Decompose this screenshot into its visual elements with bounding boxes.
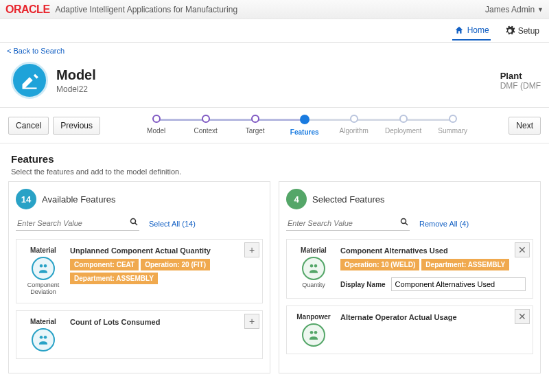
- category-label: Material: [30, 246, 56, 254]
- page-title: Model: [56, 67, 96, 83]
- top-bar: ORACLE Adaptive Intelligent Applications…: [0, 0, 549, 19]
- step-circle: [202, 115, 210, 123]
- svg-point-6: [401, 219, 406, 224]
- category-sublabel: Quantity: [302, 282, 325, 289]
- section-title: Features: [11, 153, 538, 165]
- step-label: Target: [246, 127, 265, 135]
- chevron-down-icon: ▼: [537, 6, 544, 13]
- user-menu[interactable]: James Admin ▼: [485, 5, 544, 14]
- add-feature-button[interactable]: +: [244, 242, 259, 257]
- feature-card: ✕ManpowerAlternate Operator Actual Usage: [286, 305, 533, 354]
- step-label: Context: [194, 127, 217, 135]
- user-name: James Admin: [485, 5, 535, 14]
- selected-title: Selected Features: [312, 194, 385, 205]
- feature-name: Unplanned Component Actual Quantity: [70, 246, 255, 255]
- search-icon[interactable]: [130, 218, 138, 228]
- step-circle: [399, 115, 408, 123]
- wizard-steps: ModelContextTargetFeaturesAlgorithmDeplo…: [114, 115, 495, 136]
- nav-bar: Home Setup: [0, 19, 549, 43]
- gear-icon: [504, 25, 515, 36]
- step-features[interactable]: Features: [280, 115, 329, 136]
- available-title: Available Features: [42, 194, 115, 205]
- step-circle: [152, 115, 161, 123]
- step-label: Algorithm: [340, 127, 369, 135]
- svg-line-1: [135, 223, 138, 226]
- category-label: Material: [30, 318, 56, 325]
- tag-list: Component: CEATOperation: 20 (FIT)Depart…: [70, 259, 255, 284]
- step-algorithm[interactable]: Algorithm: [329, 115, 379, 135]
- step-summary[interactable]: Summary: [428, 115, 478, 135]
- step-circle: [449, 115, 457, 123]
- category-label: Material: [301, 246, 327, 254]
- feature-name: Count of Lots Consumed: [70, 318, 255, 326]
- nav-home-label: Home: [467, 25, 489, 35]
- feature-name: Alternate Operator Actual Usage: [340, 313, 526, 321]
- previous-button[interactable]: Previous: [53, 117, 100, 135]
- svg-point-0: [131, 219, 136, 224]
- back-to-search-link[interactable]: < Back to Search: [0, 43, 71, 59]
- next-button[interactable]: Next: [509, 117, 541, 135]
- category-label: Manpower: [296, 313, 330, 321]
- feature-card: +MaterialComponent DeviationUnplanned Co…: [16, 239, 263, 303]
- category-icon: [302, 323, 325, 347]
- page-header: Model Model22 Plant DMF (DMF: [0, 59, 549, 107]
- tag: Operation: 20 (FIT): [141, 259, 210, 270]
- category-icon: [32, 257, 55, 280]
- nav-setup[interactable]: Setup: [503, 21, 541, 41]
- step-label: Model: [147, 127, 165, 135]
- feature-panels: 14 Available Features Select All (14) +M…: [0, 181, 549, 382]
- add-feature-button[interactable]: +: [244, 314, 259, 329]
- svg-point-8: [310, 264, 314, 268]
- nav-home[interactable]: Home: [452, 21, 491, 41]
- svg-point-5: [44, 336, 47, 339]
- available-features-panel: 14 Available Features Select All (14) +M…: [8, 181, 270, 373]
- home-icon: [454, 25, 465, 35]
- available-search-input[interactable]: [16, 216, 139, 231]
- category-icon: [302, 257, 325, 280]
- wizard-bar: Cancel Previous ModelContextTargetFeatur…: [0, 107, 549, 143]
- svg-point-2: [40, 264, 43, 268]
- remove-feature-button[interactable]: ✕: [515, 242, 530, 257]
- model-name: Model22: [56, 84, 96, 94]
- tag: Operation: 10 (WELD): [340, 259, 419, 270]
- step-target[interactable]: Target: [231, 115, 280, 135]
- remove-all-link[interactable]: Remove All (4): [419, 220, 469, 228]
- tag: Department: ASSEMBLY: [70, 273, 158, 284]
- tag-list: Operation: 10 (WELD)Department: ASSEMBLY: [340, 259, 526, 270]
- step-model[interactable]: Model: [132, 115, 181, 135]
- plant-value: DMF (DMF: [500, 81, 541, 91]
- step-deployment[interactable]: Deployment: [379, 115, 428, 135]
- display-name-label: Display Name: [340, 281, 386, 288]
- available-count-badge: 14: [16, 189, 36, 209]
- feature-name: Component Alternatives Used: [340, 246, 526, 255]
- category-sublabel: Component Deviation: [23, 282, 63, 296]
- plant-info: Plant DMF (DMF: [500, 71, 541, 91]
- select-all-link[interactable]: Select All (14): [149, 220, 196, 228]
- section-header: Features Select the features and add to …: [0, 143, 549, 181]
- svg-line-7: [406, 223, 408, 226]
- svg-point-10: [310, 331, 314, 334]
- svg-point-3: [44, 264, 47, 268]
- svg-point-11: [314, 331, 318, 334]
- category-icon: [32, 328, 55, 351]
- step-circle: [251, 115, 259, 123]
- step-circle: [300, 115, 309, 124]
- nav-setup-label: Setup: [518, 26, 539, 36]
- selected-count-badge: 4: [286, 189, 307, 209]
- oracle-logo: ORACLE: [5, 3, 50, 16]
- remove-feature-button[interactable]: ✕: [515, 309, 530, 324]
- step-label: Features: [290, 128, 319, 136]
- cancel-button[interactable]: Cancel: [8, 117, 49, 135]
- plant-label: Plant: [500, 71, 541, 81]
- feature-card: +MaterialCount of Lots Consumed: [16, 310, 263, 359]
- selected-features-panel: 4 Selected Features Remove All (4) ✕Mate…: [279, 181, 541, 373]
- feature-card: ✕MaterialQuantityComponent Alternatives …: [286, 239, 533, 299]
- model-icon: [11, 62, 48, 99]
- selected-search-input[interactable]: [286, 216, 410, 231]
- display-name-input[interactable]: [391, 277, 526, 291]
- section-desc: Select the features and add to the model…: [11, 168, 538, 176]
- tag: Component: CEAT: [70, 259, 139, 270]
- step-context[interactable]: Context: [181, 115, 231, 135]
- svg-point-9: [314, 264, 318, 268]
- search-icon[interactable]: [400, 218, 408, 228]
